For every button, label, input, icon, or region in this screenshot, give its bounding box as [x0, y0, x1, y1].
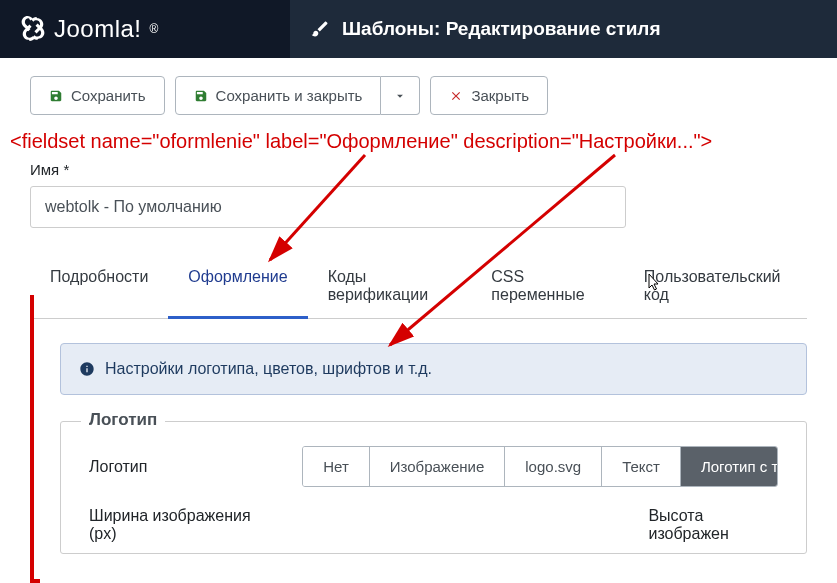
logo-option-0[interactable]: Нет — [303, 447, 370, 486]
fieldset-legend: Логотип — [81, 410, 165, 430]
logo-option-2[interactable]: logo.svg — [505, 447, 602, 486]
info-text: Настройки логотипа, цветов, шрифтов и т.… — [105, 360, 432, 378]
close-button[interactable]: Закрыть — [430, 76, 548, 115]
logo-field-row: Логотип НетИзображениеlogo.svgТекстЛогот… — [89, 446, 778, 487]
joomla-logo[interactable]: Joomla! ® — [20, 15, 159, 43]
page-title: Шаблоны: Редактирование стиля — [342, 18, 660, 40]
save-icon — [194, 89, 208, 103]
red-corner-overlay — [30, 295, 40, 583]
logo-label: Логотип — [89, 458, 302, 476]
annotation-overlay: <fieldset name="oformlenie" label="Оформ… — [10, 130, 712, 153]
width-label: Ширина изображения (px) — [89, 507, 268, 543]
tab-content: Настройки логотипа, цветов, шрифтов и т.… — [0, 319, 837, 554]
tabs: ПодробностиОформлениеКоды верификацииCSS… — [30, 254, 807, 319]
app-header: Joomla! ® Шаблоны: Редактирование стиля — [0, 0, 837, 58]
required-asterisk: * — [63, 161, 69, 178]
tab-3[interactable]: CSS переменные — [471, 254, 624, 318]
logo-option-3[interactable]: Текст — [602, 447, 681, 486]
name-label: Имя * — [30, 161, 807, 178]
tab-1[interactable]: Оформление — [168, 254, 307, 318]
info-icon — [79, 361, 95, 377]
chevron-down-icon — [393, 89, 407, 103]
tab-0[interactable]: Подробности — [30, 254, 168, 318]
toolbar: Сохранить Сохранить и закрыть Закрыть — [0, 58, 837, 129]
logo-options: НетИзображениеlogo.svgТекстЛоготип с тек… — [302, 446, 778, 487]
save-dropdown-button[interactable] — [381, 76, 420, 115]
logo-text: Joomla! — [54, 15, 142, 43]
close-icon — [449, 89, 463, 103]
brush-icon — [310, 19, 330, 39]
joomla-icon — [20, 16, 46, 42]
save-close-button[interactable]: Сохранить и закрыть — [175, 76, 382, 115]
save-button[interactable]: Сохранить — [30, 76, 165, 115]
name-input[interactable] — [30, 186, 626, 228]
logo-cell: Joomla! ® — [0, 0, 290, 58]
save-close-group: Сохранить и закрыть — [175, 76, 421, 115]
dimension-cols: Ширина изображения (px) Высота изображен — [89, 507, 778, 553]
logo-fieldset: Логотип Логотип НетИзображениеlogo.svgТе… — [60, 421, 807, 554]
width-col: Ширина изображения (px) — [89, 507, 268, 553]
tab-2[interactable]: Коды верификации — [308, 254, 472, 318]
logo-option-1[interactable]: Изображение — [370, 447, 506, 486]
cursor-icon — [645, 272, 663, 294]
info-alert: Настройки логотипа, цветов, шрифтов и т.… — [60, 343, 807, 395]
page-title-cell: Шаблоны: Редактирование стиля — [290, 0, 680, 58]
height-label: Высота изображен — [648, 507, 778, 543]
save-icon — [49, 89, 63, 103]
height-col: Высота изображен — [648, 507, 778, 553]
logo-option-4[interactable]: Логотип с текст — [681, 447, 778, 486]
form-area: Имя * ПодробностиОформлениеКоды верифика… — [0, 129, 837, 319]
